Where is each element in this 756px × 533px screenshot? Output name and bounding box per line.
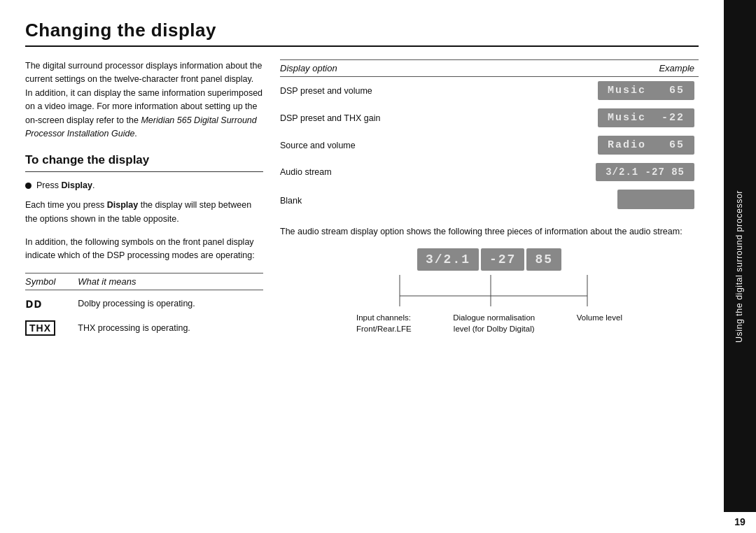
lcd-blank [491,185,699,215]
diagram-area: Input channels: Front/Rear.LFE Dialogue … [356,275,622,334]
table-row: DSP preset and volume Music 65 [280,77,699,105]
audio-diagram: 3/2.1 -27 85 [280,248,699,334]
main-content: Changing the display The digital surroun… [0,0,724,533]
table-row: Source and volume Radio 65 [280,132,699,159]
lcd-seg-volume: 85 [526,248,561,271]
lcd-seg-normalisation: -27 [481,248,524,271]
table-row: Audio stream 3/2.1 -27 85 [280,159,699,185]
option-audio-stream: Audio stream [280,159,491,185]
right-column: Display option Example DSP preset and vo… [280,59,699,339]
intro-paragraph: The digital surround processor displays … [25,59,263,141]
bullet-text: Press Display. [36,180,94,190]
option-dsp-volume: DSP preset and volume [280,77,491,105]
sidebar-text: Using the digital surround processor [734,190,746,343]
body-text-2: In addition, the following symbols on th… [25,236,263,263]
dolby-symbol: ᴅᴅ [25,290,78,317]
sidebar: Using the digital surround processor 19 [724,0,756,533]
audio-stream-note: The audio stream display option shows th… [280,225,699,239]
body-text-1: Each time you press Display the display … [25,199,263,226]
dolby-meaning: Dolby processing is operating. [78,290,263,317]
symbol-table: Symbol What it means ᴅᴅ Dolby processing… [25,273,263,339]
symbol-col-header: Symbol [25,273,78,290]
diag-label-channels: Input channels: Front/Rear.LFE [356,312,412,334]
bullet-item: Press Display. [25,180,263,190]
section-heading: To change the display [25,153,263,167]
thx-symbol: THX [25,317,78,339]
diagram-labels: Input channels: Front/Rear.LFE Dialogue … [356,312,622,334]
meaning-col-header: What it means [78,273,263,290]
two-col-layout: The digital surround processor displays … [25,59,699,339]
option-blank: Blank [280,185,491,215]
left-column: The digital surround processor displays … [25,59,263,339]
audio-lcd-display: 3/2.1 -27 85 [417,248,561,271]
lcd-seg-channels: 3/2.1 [417,248,479,271]
display-table: Display option Example DSP preset and vo… [280,59,699,215]
example-header: Example [491,60,699,77]
section-rule [25,171,263,172]
title-rule [25,45,699,47]
page-title: Changing the display [25,20,699,41]
lcd-source-volume: Radio 65 [491,132,699,159]
option-source-volume: Source and volume [280,132,491,159]
thx-meaning: THX processing is operating. [78,317,263,339]
lcd-audio-stream: 3/2.1 -27 85 [491,159,699,185]
lcd-dsp-volume: Music 65 [491,77,699,105]
diag-label-volume: Volume level [577,312,622,334]
option-dsp-thx: DSP preset and THX gain [280,104,491,132]
table-row: ᴅᴅ Dolby processing is operating. [25,290,263,317]
bullet-dot [25,183,31,189]
lcd-dsp-thx: Music -22 [491,104,699,132]
table-row: Blank [280,185,699,215]
display-option-header: Display option [280,60,491,77]
table-row: DSP preset and THX gain Music -22 [280,104,699,132]
diag-label-normalisation: Dialogue normalisation level (for Dolby … [453,312,535,334]
table-row: THX THX processing is operating. [25,317,263,339]
page-number: 19 [724,512,756,533]
